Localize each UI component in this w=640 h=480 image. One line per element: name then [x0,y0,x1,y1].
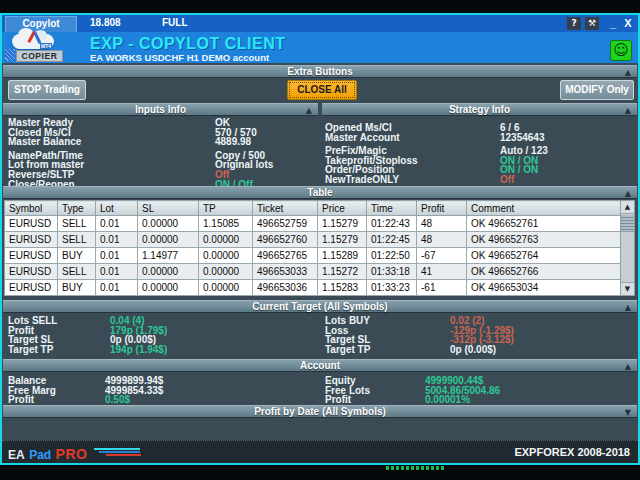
col-header: Comment [467,201,621,216]
col-header: Time [367,201,417,216]
section-title: Current Target (All Symbols) [252,301,387,312]
info-row: Master Account12354643 [325,133,633,143]
footer-bar: EA Pad PRO EXPFOREX 2008-2018 [2,440,638,463]
scroll-down-icon[interactable]: ▼ [621,282,634,295]
collapse-icon[interactable]: ▲ [625,105,631,116]
mt4-screen: Copylot 18.808 FULL ? ⚒ _ X MT4 COPIER E… [0,0,640,480]
info-label: NewTradeONLY [325,174,399,185]
section-title: Table [307,187,332,198]
logo-line-red [106,454,141,456]
modify-only-button[interactable]: MODIFY Only [560,80,634,100]
stat-label: Profit [8,394,34,405]
section-title: Extra Buttons [287,66,353,77]
section-header-table[interactable]: Table ▲ [3,186,637,199]
info-value: Off [500,174,514,185]
copier-logo: MT4 COPIER [5,33,63,62]
collapse-icon[interactable]: ▲ [306,105,312,116]
close-all-button[interactable]: CLOSE All [287,80,357,100]
col-header: TP [199,201,253,216]
stat-row: Free Lots5004.86/5004.86 [325,386,633,396]
col-header: Profit [417,201,467,216]
scrollbar-thumb[interactable] [621,215,634,232]
stat-label: Profit [325,394,351,405]
stat-value: 0.50$ [105,394,130,405]
tools-icon[interactable]: ⚒ [585,17,599,30]
section-header-profit-by-date[interactable]: Profit by Date (All Symbols) ▼ [3,405,637,418]
col-header: Symbol [5,201,58,216]
panel-titlebar: Copylot 18.808 FULL ? ⚒ _ X [2,15,638,32]
logo-line-cyan [94,448,140,450]
smiley-icon[interactable]: ☺ [610,40,632,61]
orders-table: Symbol Type Lot SL TP Ticket Price Time … [4,200,621,296]
collapse-icon[interactable]: ▼ [625,407,631,418]
stat-row: Target TP0p (0.00$) [325,345,633,355]
stat-label: Target TP [325,344,370,355]
stat-value: 194p (1.94$) [110,344,167,355]
col-header: Type [58,201,96,216]
cloud-icon: MT4 [12,34,54,49]
panel-header: MT4 COPIER EXP - COPYLOT CLIENT EA WORKS… [2,32,638,63]
stat-label: Target TP [8,344,53,355]
eapad-logo: EA Pad PRO [8,445,87,463]
col-header: Lot [96,201,138,216]
stat-value: 0.00001% [425,394,470,405]
page-subtitle: EA WORKS USDCHF H1 DEMO account [90,52,269,63]
info-value: 4889.98 [215,136,251,147]
stat-row: Target TP194p (1.94$) [8,345,318,355]
stat-row: Profit0.00001% [325,395,633,405]
stat-value: 0p (0.00$) [450,344,496,355]
license-label: FULL [162,17,188,28]
brand-pro: PRO [56,446,88,462]
help-icon[interactable]: ? [567,17,581,30]
close-icon[interactable]: X [621,16,635,30]
logo-line-blue [99,451,140,453]
account-right-list: Equity4999900.44$ Free Lots5004.86/5004.… [325,376,633,405]
table-row: EURUSDSELL0.010.000000.000004966530331.1… [5,264,621,280]
stat-row: Profit0.50$ [8,395,318,405]
info-row: Master Balance4889.98 [8,137,318,147]
section-header-inputs-info[interactable]: Inputs Info ▲ [3,103,318,116]
col-header: SL [138,201,199,216]
section-title: Account [300,360,340,371]
collapse-icon[interactable]: ▲ [625,188,631,199]
stat-row: Free Marg4999854.33$ [8,386,318,396]
target-right-list: Lots BUY0.02 (2) Loss-129p (-1.29$) Targ… [325,316,633,354]
table-row: EURUSDSELL0.010.000000.000004966527601.1… [5,232,621,248]
info-row: NewTradeONLYOff [325,175,633,185]
collapse-icon[interactable]: ▲ [625,361,631,372]
brand-ea: EA [8,448,25,462]
collapse-icon[interactable]: ▲ [625,302,631,313]
section-title: Strategy Info [449,104,510,115]
chart-text-artifact [386,466,444,470]
collapse-icon[interactable]: ▲ [625,67,631,78]
copyright-label: EXPFOREX 2008-2018 [514,446,630,458]
table-scrollbar[interactable]: ▲ ▼ [620,200,635,296]
copier-label: COPIER [16,50,63,62]
brand-pad: Pad [29,448,51,462]
section-title: Inputs Info [135,104,186,115]
stat-row: Profit179p (1.79$) [8,326,318,336]
col-header: Ticket [253,201,318,216]
flag-icon [5,49,15,61]
section-header-strategy-info[interactable]: Strategy Info ▲ [322,103,637,116]
section-header-account[interactable]: Account ▲ [3,359,637,372]
info-value: 12354643 [500,132,545,143]
page-title: EXP - COPYLOT CLIENT [90,35,286,53]
target-left-list: Lots SELL0.04 (4) Profit179p (1.79$) Tar… [8,316,318,354]
minimize-icon[interactable]: _ [606,16,620,30]
info-label: Master Balance [8,136,81,147]
table-header-row: Symbol Type Lot SL TP Ticket Price Time … [5,201,621,216]
account-left-list: Balance4999899.94$ Free Marg4999854.33$ … [8,376,318,405]
version-label: 18.808 [90,17,121,28]
table-row: EURUSDSELL0.010.000001.150854966527591.1… [5,216,621,232]
mt4-badge: MT4 [40,43,52,49]
stop-trading-button[interactable]: STOP Trading [8,80,86,100]
scroll-up-icon[interactable]: ▲ [621,201,634,214]
info-label: Master Account [325,132,400,143]
inputs-info-list: Master ReadyOK Closed Ms/Cl570 / 570 Mas… [8,118,318,189]
section-title: Profit by Date (All Symbols) [254,406,386,417]
section-header-extra-buttons[interactable]: Extra Buttons ▲ [3,65,637,78]
table-row: EURUSDBUY0.011.149770.000004966527651.15… [5,248,621,264]
table-row: EURUSDBUY0.010.000000.000004966530361.15… [5,280,621,296]
section-header-current-target[interactable]: Current Target (All Symbols) ▲ [3,300,637,313]
